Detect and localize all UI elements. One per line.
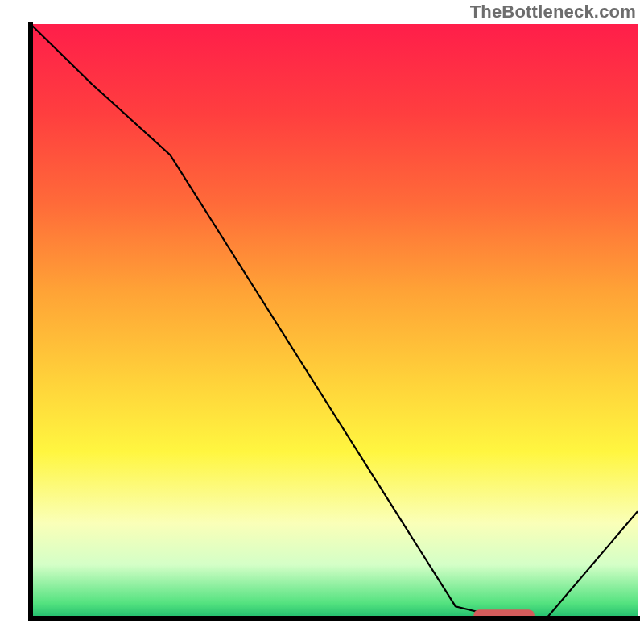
attribution-text: TheBottleneck.com bbox=[470, 2, 636, 23]
plot-background bbox=[31, 24, 638, 618]
bottleneck-chart bbox=[0, 0, 644, 644]
